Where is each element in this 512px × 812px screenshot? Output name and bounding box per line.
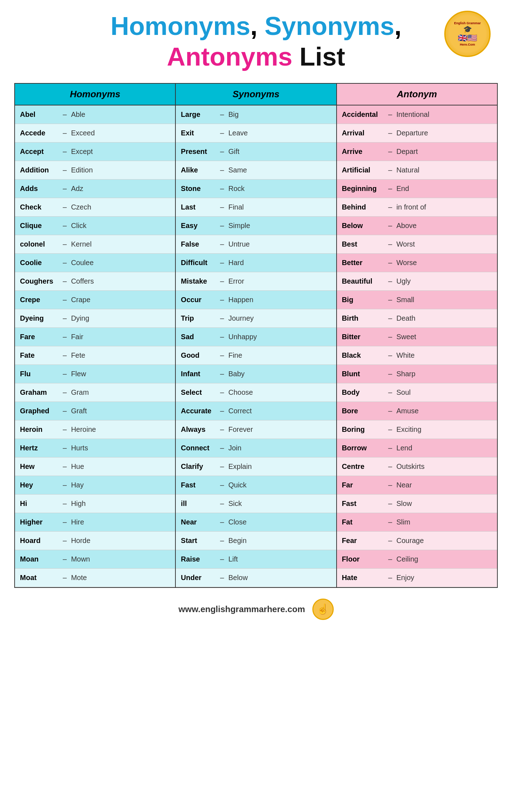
title-block: Homonyms, Synonyms, Antonyms List xyxy=(111,11,401,72)
comma1: , xyxy=(250,12,265,40)
cell-word: Graphed xyxy=(15,405,61,417)
cell-dash: – xyxy=(219,277,225,285)
table-row: Raise–Lift xyxy=(176,550,336,569)
cell-meaning: End xyxy=(394,182,497,195)
cell-word: Flu xyxy=(15,368,61,380)
cell-word: Bore xyxy=(337,405,387,417)
cell-dash: – xyxy=(61,425,68,434)
table-row: Select–Choose xyxy=(176,383,336,402)
cell-word: Clarify xyxy=(176,460,219,473)
cell-meaning: Dying xyxy=(68,312,175,325)
cell-dash: – xyxy=(61,537,68,545)
cell-dash: – xyxy=(61,462,68,471)
cell-meaning: Hue xyxy=(68,460,175,473)
table-row: Beautiful–Ugly xyxy=(337,272,497,291)
table-row: Coolie–Coulee xyxy=(15,254,175,272)
cell-word: Hew xyxy=(15,460,61,473)
cell-meaning: Ceiling xyxy=(394,553,497,565)
cell-meaning: Forever xyxy=(225,423,336,436)
cell-meaning: Simple xyxy=(225,219,336,232)
cell-meaning: Czech xyxy=(68,201,175,213)
table-row: Fast–Slow xyxy=(337,495,497,513)
cell-word: Blunt xyxy=(337,368,387,380)
synonyms-header: Synonyms xyxy=(176,84,336,105)
cell-meaning: Hard xyxy=(225,257,336,269)
table-row: Under–Below xyxy=(176,569,336,587)
cell-meaning: Death xyxy=(394,312,497,325)
table-row: Borrow–Lend xyxy=(337,439,497,457)
cell-dash: – xyxy=(61,110,68,119)
title-antonyms: Antonyms xyxy=(167,42,292,71)
cell-meaning: Fine xyxy=(225,349,336,362)
antonyms-column: Antonym Accidental–IntentionalArrival–De… xyxy=(337,84,497,587)
cell-dash: – xyxy=(219,314,225,322)
cell-dash: – xyxy=(219,148,225,156)
cell-meaning: Enjoy xyxy=(394,571,497,584)
table-row: Clarify–Explain xyxy=(176,457,336,476)
cell-meaning: Small xyxy=(394,294,497,306)
cell-dash: – xyxy=(61,129,68,137)
cell-dash: – xyxy=(219,370,225,378)
cell-dash: – xyxy=(61,240,68,248)
table-row: Body–Soul xyxy=(337,383,497,402)
cell-word: Graham xyxy=(15,386,61,399)
cell-word: Far xyxy=(337,479,387,491)
table-row: Start–Begin xyxy=(176,532,336,550)
logo-flags: 🇬🇧🇺🇸 xyxy=(458,33,477,43)
table-row: Abel–Able xyxy=(15,105,175,124)
table-row: Graham–Gram xyxy=(15,383,175,402)
cell-meaning: Above xyxy=(394,219,497,232)
cell-word: Fat xyxy=(337,516,387,528)
cell-word: Big xyxy=(337,294,387,306)
table-row: Fate–Fete xyxy=(15,346,175,365)
title-homonyms: Homonyms xyxy=(111,12,250,40)
table-row: Arrive–Depart xyxy=(337,143,497,161)
cell-meaning: Unhappy xyxy=(225,331,336,343)
cell-word: Boring xyxy=(337,423,387,436)
table-row: colonel–Kernel xyxy=(15,235,175,254)
cell-dash: – xyxy=(219,425,225,434)
table-row: Moat–Mote xyxy=(15,569,175,587)
cell-word: Bitter xyxy=(337,331,387,343)
table-row: Dyeing–Dying xyxy=(15,309,175,328)
table-row: Accept–Except xyxy=(15,143,175,161)
cell-word: Exit xyxy=(176,127,219,139)
cell-dash: – xyxy=(61,370,68,378)
table-row: Fear–Courage xyxy=(337,532,497,550)
cell-word: Raise xyxy=(176,553,219,565)
cell-meaning: Edition xyxy=(68,164,175,176)
table-row: Connect–Join xyxy=(176,439,336,457)
cell-dash: – xyxy=(387,481,394,489)
cell-word: Accidental xyxy=(337,108,387,121)
cell-word: Artificial xyxy=(337,164,387,176)
table-row: Difficult–Hard xyxy=(176,254,336,272)
cell-word: Below xyxy=(337,219,387,232)
cell-dash: – xyxy=(61,500,68,508)
cell-dash: – xyxy=(387,388,394,397)
cell-dash: – xyxy=(61,388,68,397)
table-row: Hoard–Horde xyxy=(15,532,175,550)
cell-meaning: Coffers xyxy=(68,275,175,288)
cell-meaning: Fete xyxy=(68,349,175,362)
cell-meaning: Slow xyxy=(394,497,497,510)
cell-word: Accede xyxy=(15,127,61,139)
cell-meaning: Graft xyxy=(68,405,175,417)
cell-dash: – xyxy=(387,425,394,434)
cell-meaning: Untrue xyxy=(225,238,336,250)
cell-dash: – xyxy=(61,407,68,415)
table-row: Graphed–Graft xyxy=(15,402,175,420)
cell-word: Best xyxy=(337,238,387,250)
cell-meaning: Click xyxy=(68,219,175,232)
cell-meaning: Departure xyxy=(394,127,497,139)
table-row: Alike–Same xyxy=(176,161,336,180)
comma2: , xyxy=(394,12,401,40)
table-row: False–Untrue xyxy=(176,235,336,254)
cell-meaning: Lend xyxy=(394,442,497,454)
cell-word: Under xyxy=(176,571,219,584)
cell-word: Centre xyxy=(337,460,387,473)
cell-word: Higher xyxy=(15,516,61,528)
cell-word: Fast xyxy=(337,497,387,510)
cell-dash: – xyxy=(219,351,225,360)
cell-dash: – xyxy=(219,333,225,341)
table-row: Occur–Happen xyxy=(176,291,336,309)
